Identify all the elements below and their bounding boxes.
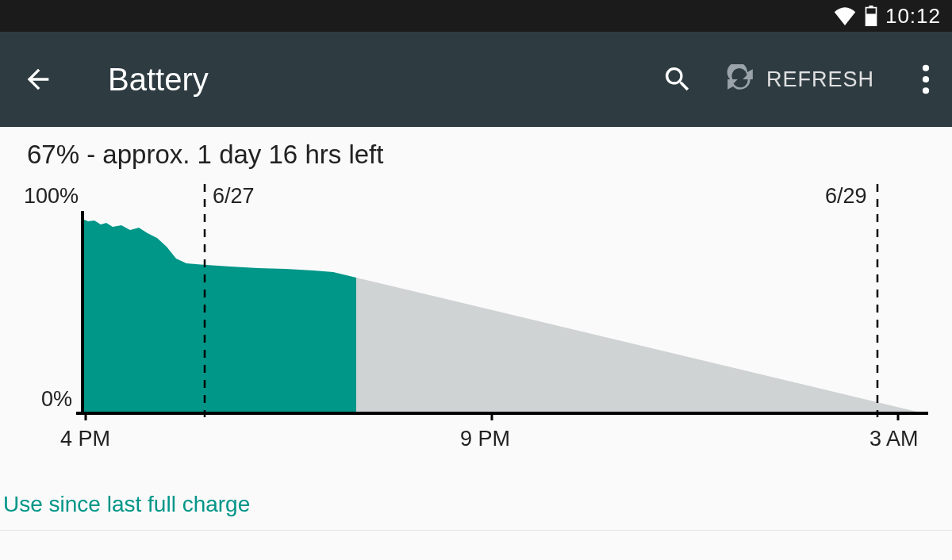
overflow-menu-icon[interactable] — [922, 64, 930, 94]
svg-point-5 — [923, 87, 929, 94]
status-bar: 10:12 — [0, 0, 952, 32]
app-bar: Battery REFRESH — [0, 32, 952, 127]
refresh-button[interactable]: REFRESH — [725, 64, 874, 94]
search-icon[interactable] — [662, 63, 693, 95]
wifi-icon — [833, 6, 857, 25]
status-time: 10:12 — [885, 4, 941, 29]
content-area: 67% - approx. 1 day 16 hrs left 100% 0% … — [0, 127, 952, 531]
svg-point-4 — [923, 76, 929, 82]
refresh-icon — [725, 64, 755, 94]
svg-point-3 — [923, 65, 929, 71]
battery-icon — [865, 6, 877, 26]
page-title: Battery — [108, 62, 630, 98]
refresh-label: REFRESH — [766, 67, 874, 92]
section-header-usage: Use since last full charge — [0, 474, 952, 530]
battery-summary: 67% - approx. 1 day 16 hrs left — [0, 140, 952, 181]
battery-chart[interactable]: 100% 0% 6/27 6/29 4 PM 9 PM 3 AM — [0, 181, 952, 474]
svg-rect-2 — [866, 13, 876, 26]
divider — [0, 530, 952, 531]
chart-svg — [0, 181, 952, 474]
back-icon[interactable] — [22, 63, 54, 95]
